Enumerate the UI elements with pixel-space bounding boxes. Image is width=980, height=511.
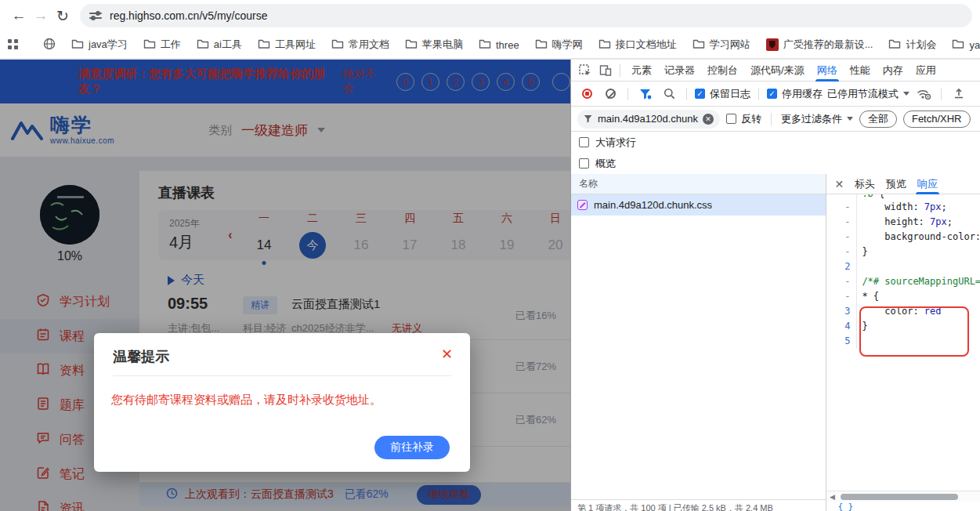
- bookmark-item[interactable]: 接口文档地址: [592, 38, 683, 52]
- folder-icon: [479, 38, 491, 52]
- checkbox-checked-icon[interactable]: ✓: [695, 89, 705, 99]
- bookmark-item[interactable]: 工作: [137, 38, 187, 52]
- folder-icon: [258, 38, 270, 52]
- big-request-rows-label: 大请求行: [595, 136, 636, 150]
- modal-title: 温馨提示: [113, 347, 169, 366]
- search-icon[interactable]: [660, 85, 678, 103]
- response-code-viewer[interactable]: .b {- width: 7px;- height: 7px;- backgro…: [826, 194, 980, 491]
- overview-label: 概览: [595, 157, 616, 171]
- scrollbar-thumb[interactable]: [841, 494, 958, 500]
- bookmark-item[interactable]: [37, 38, 62, 53]
- disable-cache-checkbox[interactable]: ✓ 停用缓存: [767, 87, 823, 101]
- checkbox-icon[interactable]: [726, 114, 736, 124]
- checkbox-checked-icon[interactable]: ✓: [767, 89, 777, 99]
- checkbox-icon[interactable]: [579, 137, 589, 147]
- panel-tab-标头[interactable]: 标头: [855, 174, 875, 194]
- bookmark-item[interactable]: java学习: [65, 38, 134, 52]
- clear-filter-icon[interactable]: ✕: [703, 114, 714, 125]
- devtools-tab-记录器[interactable]: 记录器: [658, 60, 701, 82]
- panel-tab-响应[interactable]: 响应: [917, 174, 938, 194]
- bookmark-item[interactable]: yarn: [946, 38, 980, 52]
- invert-checkbox[interactable]: 反转: [726, 112, 761, 126]
- record-network-icon[interactable]: [577, 85, 596, 103]
- request-table-header[interactable]: 名称: [571, 174, 826, 194]
- reload-icon[interactable]: ↻: [52, 5, 74, 27]
- response-panel: ✕ 标头预览响应 .b {- width: 7px;- height: 7px;…: [826, 174, 980, 511]
- bookmark-item[interactable]: 嗨学网: [529, 38, 589, 52]
- request-row-selected[interactable]: main.4d9a120d.chunk.css: [571, 194, 826, 216]
- chevron-down-icon: [903, 92, 909, 96]
- filter-value[interactable]: main.4d9a120d.chunk: [598, 113, 698, 125]
- bookmark-label: 接口文档地址: [616, 38, 677, 52]
- forward-icon[interactable]: →: [30, 5, 52, 27]
- response-panel-tabs: ✕ 标头预览响应: [826, 174, 980, 194]
- bookmark-label: 嗨学网: [552, 38, 583, 52]
- bookmark-item[interactable]: 常用文档: [325, 38, 396, 52]
- overview-option[interactable]: 概览: [571, 153, 980, 174]
- request-type-chip[interactable]: Fetch/XHR: [903, 111, 971, 128]
- big-request-rows-option[interactable]: 大请求行: [571, 132, 980, 153]
- close-icon[interactable]: ✕: [834, 178, 844, 190]
- code-line: 5: [826, 334, 980, 349]
- go-supplement-button[interactable]: 前往补录: [374, 436, 450, 459]
- devtools-tab-源代码/来源[interactable]: 源代码/来源: [744, 60, 811, 82]
- network-filter-row: main.4d9a120d.chunk ✕ 反转 更多过滤条件 全部Fetch/…: [571, 107, 980, 132]
- bookmark-item[interactable]: 计划会: [882, 38, 942, 52]
- divider: [620, 64, 620, 77]
- throttling-dropdown[interactable]: 已停用节流模式: [827, 87, 909, 101]
- checkbox-icon[interactable]: [579, 158, 589, 169]
- devtools-tab-内存[interactable]: 内存: [877, 60, 909, 82]
- invert-label: 反转: [741, 112, 761, 126]
- divider: [686, 88, 687, 100]
- folder-icon: [598, 38, 611, 52]
- devtools-tab-应用[interactable]: 应用: [909, 60, 942, 82]
- devtools-tab-性能[interactable]: 性能: [844, 60, 877, 82]
- code-line: - background-color: #fff;: [826, 230, 980, 245]
- bookmark-item[interactable]: 学习网站: [686, 38, 757, 52]
- devtools-tab-控制台[interactable]: 控制台: [701, 60, 744, 82]
- url-text[interactable]: reg.highso.com.cn/v5/my/course: [110, 9, 268, 22]
- bookmark-item[interactable]: 苹果电脑: [399, 38, 469, 52]
- divider: [941, 88, 942, 100]
- more-filters-dropdown[interactable]: 更多过滤条件: [781, 112, 853, 126]
- bookmark-item[interactable]: 工具网址: [251, 38, 322, 52]
- inspect-element-icon[interactable]: [576, 61, 595, 80]
- panel-tab-预览[interactable]: 预览: [886, 174, 906, 194]
- devtools-tab-元素[interactable]: 元素: [625, 60, 658, 82]
- clear-network-icon[interactable]: [601, 85, 620, 103]
- close-icon[interactable]: ✕: [441, 346, 453, 363]
- apps-grid-icon[interactable]: [8, 39, 18, 50]
- site-controls-icon[interactable]: [89, 10, 102, 21]
- format-button[interactable]: { }: [837, 502, 853, 511]
- filter-input[interactable]: main.4d9a120d.chunk ✕: [577, 110, 720, 129]
- request-type-chip[interactable]: 全部: [859, 111, 897, 128]
- folder-icon: [535, 38, 548, 52]
- folder-icon: [405, 38, 418, 52]
- web-page: 满意度调研：您有多大可能把嗨学推荐给你的朋友？ 绝对不会 012345 嗨学 w…: [0, 60, 570, 511]
- devtools-panel: 元素记录器控制台源代码/来源网络性能内存应用 ✓ 保留日志: [570, 60, 980, 511]
- preserve-log-checkbox[interactable]: ✓ 保留日志: [695, 87, 750, 101]
- network-conditions-icon[interactable]: [914, 85, 933, 103]
- horizontal-scrollbar[interactable]: ◀: [826, 491, 980, 502]
- scroll-left-icon[interactable]: ◀: [826, 493, 837, 501]
- bookmarks-bar: java学习工作ai工具工具网址常用文档苹果电脑three嗨学网接口文档地址学习…: [0, 31, 980, 58]
- code-line: - height: 7px;: [826, 215, 980, 230]
- code-line: - width: 7px;: [826, 200, 980, 215]
- import-har-icon[interactable]: [949, 85, 968, 103]
- name-column-header[interactable]: 名称: [579, 177, 598, 190]
- devtools-tab-bar: 元素记录器控制台源代码/来源网络性能内存应用: [571, 60, 980, 82]
- folder-icon: [693, 38, 705, 52]
- bookmark-item[interactable]: three: [472, 38, 526, 52]
- device-toolbar-icon[interactable]: [596, 61, 615, 80]
- request-name[interactable]: main.4d9a120d.chunk.css: [594, 199, 712, 211]
- bookmark-label: 学习网站: [710, 38, 750, 52]
- bookmark-item[interactable]: ai工具: [190, 38, 248, 52]
- devtools-tab-网络[interactable]: 网络: [811, 60, 844, 82]
- address-bar[interactable]: reg.highso.com.cn/v5/my/course: [80, 4, 972, 27]
- filter-icon[interactable]: [636, 85, 655, 103]
- bookmark-item[interactable]: 广受推荐的最新设...: [760, 38, 880, 52]
- request-list-panel: 名称 main.4d9a120d.chunk.css 第 1 项请求，共 100…: [571, 174, 826, 511]
- back-icon[interactable]: ←: [8, 5, 30, 27]
- code-line: -}: [826, 245, 980, 259]
- folder-icon: [952, 38, 964, 52]
